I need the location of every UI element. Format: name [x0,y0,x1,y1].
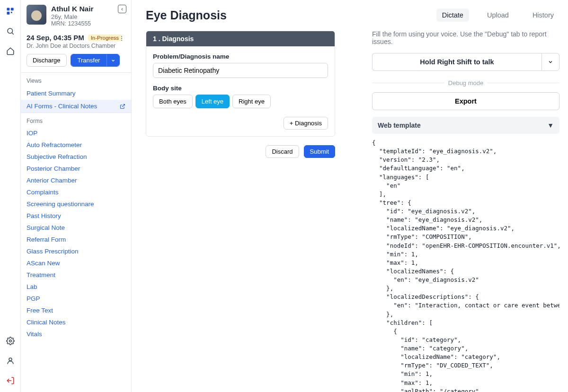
right-panel: Dictate Upload History Fill the form usi… [364,0,568,392]
svg-rect-0 [7,8,9,11]
form-item[interactable]: Free Text [21,305,131,316]
transfer-button[interactable]: Transfer [71,54,107,66]
form-item[interactable]: Subjective Refraction [21,151,131,163]
tab-upload[interactable]: Upload [481,9,515,22]
svg-rect-3 [10,12,12,13]
collapse-sidebar-icon[interactable] [118,5,126,13]
external-link-icon [120,104,125,109]
forms-label: Forms [21,113,131,127]
form-item[interactable]: Complaints [21,186,131,198]
body-site-segment: Both eyes Left eye Right eye [153,95,328,108]
form-item[interactable]: Posterior Chamber [21,163,131,174]
form-item[interactable]: Glass Prescription [21,245,131,257]
right-tabs: Dictate Upload History [372,9,559,22]
discharge-button[interactable]: Discharge [27,54,67,67]
sidebar: Athul K Nair 26y, Male MRN: 1234555 24 S… [21,0,132,392]
main-content: Eye Diagnosis 1 . Diagnosis Problem/Diag… [132,0,364,392]
logout-icon[interactable] [6,376,15,385]
form-item[interactable]: Clinical Notes [21,316,131,328]
add-diagnosis-button[interactable]: + Diagnosis [284,117,328,130]
form-actions: Discard Submit [146,145,335,158]
svg-point-9 [121,36,122,37]
form-item[interactable]: Lab [21,281,131,293]
svg-point-6 [9,340,11,342]
home-icon[interactable] [6,46,15,56]
patient-demographics: 26y, Male [51,13,94,20]
form-item[interactable]: Surgical Note [21,222,131,234]
svg-point-4 [8,28,13,34]
debug-label: Debug mode [448,79,483,87]
discard-button[interactable]: Discard [266,145,299,158]
search-icon[interactable] [6,26,15,36]
dashboard-icon[interactable] [6,7,15,16]
web-template-header[interactable]: Web template ▼ [372,117,559,134]
export-button[interactable]: Export [372,92,559,110]
transfer-split-button: Transfer [71,54,120,67]
form-item[interactable]: Referral Form [21,234,131,245]
form-item[interactable]: Past History [21,210,131,222]
settings-icon[interactable] [6,336,15,346]
encounter-block: 24 Sep, 04:35 PM In-Progress Dr. John Do… [21,30,131,73]
view-item-label: Patient Summary [27,90,76,97]
chevron-down-icon: ▼ [547,122,554,129]
tab-dictate[interactable]: Dictate [436,9,469,22]
problem-input[interactable] [153,63,328,78]
svg-point-7 [9,358,12,361]
view-item-label: AI Forms - Clinical Notes [27,103,97,110]
view-ai-forms[interactable]: AI Forms - Clinical Notes [21,100,131,113]
views-label: Views [21,73,131,87]
debug-separator: Debug mode [372,79,559,87]
svg-rect-2 [7,12,9,15]
encounter-menu-icon[interactable] [118,35,125,42]
page-title: Eye Diagnosis [146,9,351,22]
transfer-caret[interactable] [106,54,119,66]
body-site-label: Body site [153,85,328,92]
form-item[interactable]: Anterior Chamber [21,174,131,186]
svg-line-5 [12,33,13,34]
user-icon[interactable] [6,356,15,366]
hold-to-talk-row: Hold Right Shift to talk [372,53,559,71]
json-preview: { "templateId": "eye_diagnosis.v2", "ver… [372,139,559,392]
view-patient-summary[interactable]: Patient Summary [21,87,131,100]
patient-card: Athul K Nair 26y, Male MRN: 1234555 [21,0,131,30]
web-template-label: Web template [378,122,421,129]
svg-rect-1 [10,8,13,11]
encounter-status-badge: In-Progress [88,35,122,41]
form-item[interactable]: AScan New [21,257,131,269]
forms-list: IOPAuto RefractometerSubjective Refracti… [21,127,131,340]
icon-rail [0,0,21,392]
card-header: 1 . Diagnosis [146,31,335,46]
problem-label: Problem/Diagnosis name [153,53,328,60]
svg-line-12 [122,104,125,107]
hold-to-talk-caret[interactable] [541,53,559,71]
dictate-hint: Fill the form using your voice. Use the … [372,30,559,45]
encounter-time: 24 Sep, 04:35 PM [27,34,84,42]
patient-name: Athul K Nair [51,5,94,13]
patient-mrn: MRN: 1234555 [51,20,94,27]
form-item[interactable]: Screening questionnare [21,198,131,210]
svg-point-11 [121,40,122,41]
tab-history[interactable]: History [527,9,559,22]
svg-point-10 [121,38,122,39]
form-item[interactable]: PGP [21,293,131,305]
diagnosis-card: 1 . Diagnosis Problem/Diagnosis name Bod… [146,31,335,137]
form-item[interactable]: Treatment [21,269,131,281]
avatar [27,5,46,25]
submit-button[interactable]: Submit [304,145,335,158]
encounter-by: Dr. John Doe at Doctors Chamber [27,43,125,49]
body-site-both[interactable]: Both eyes [153,95,193,108]
body-site-left[interactable]: Left eye [195,95,230,108]
form-item[interactable]: Auto Refractometer [21,139,131,151]
form-item[interactable]: IOP [21,127,131,139]
form-item[interactable]: Vitals [21,328,131,340]
hold-to-talk-button[interactable]: Hold Right Shift to talk [372,53,541,71]
body-site-right[interactable]: Right eye [232,95,271,108]
